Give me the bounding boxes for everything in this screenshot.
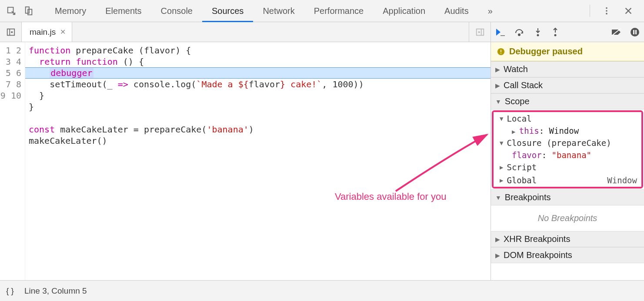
breakpoints-pane[interactable]: ▼ Breakpoints bbox=[491, 189, 644, 205]
scope-contents: ▼ Local ▶ this: Window ▼ Closure (prepar… bbox=[492, 110, 643, 189]
scope-closure[interactable]: ▼ Closure (prepareCake) bbox=[494, 136, 641, 149]
svg-point-4 bbox=[606, 10, 607, 12]
chevron-right-icon: ▶ bbox=[512, 128, 519, 135]
svg-rect-13 bbox=[635, 30, 637, 34]
debugger-sidebar: Debugger paused ▶ Watch ▶ Call Stack ▼ S… bbox=[491, 22, 644, 280]
coverage-toggle-icon[interactable] bbox=[469, 22, 491, 42]
callstack-pane[interactable]: ▶ Call Stack bbox=[491, 77, 644, 93]
xhr-breakpoints-pane[interactable]: ▶ XHR Breakpoints bbox=[491, 231, 644, 247]
step-over-icon[interactable] bbox=[514, 28, 525, 36]
tab-sources[interactable]: Sources bbox=[202, 0, 253, 22]
chevron-down-icon: ▼ bbox=[500, 115, 503, 122]
scope-closure-flavor[interactable]: flavor: "banana" bbox=[494, 149, 641, 161]
tab-elements[interactable]: Elements bbox=[96, 0, 151, 22]
watch-pane[interactable]: ▶ Watch bbox=[491, 61, 644, 77]
close-devtools-icon[interactable] bbox=[620, 6, 637, 16]
tab-memory[interactable]: Memory bbox=[45, 0, 96, 22]
scope-local-this[interactable]: ▶ this: Window bbox=[494, 125, 641, 136]
svg-point-8 bbox=[518, 34, 520, 36]
deactivate-breakpoints-icon[interactable] bbox=[611, 28, 621, 36]
devtools-tabs: Memory Elements Console Sources Network … bbox=[45, 0, 586, 22]
svg-point-3 bbox=[606, 7, 607, 9]
chevron-right-icon: ▶ bbox=[500, 164, 503, 171]
debugger-status: Debugger paused bbox=[491, 42, 644, 61]
tabs-overflow-icon[interactable]: » bbox=[478, 0, 502, 22]
chevron-right-icon: ▶ bbox=[500, 177, 503, 184]
svg-rect-2 bbox=[28, 9, 32, 15]
pretty-print-icon[interactable]: { } bbox=[6, 286, 14, 296]
debugger-status-label: Debugger paused bbox=[509, 46, 583, 56]
svg-point-5 bbox=[606, 13, 607, 15]
scope-pane[interactable]: ▼ Scope bbox=[491, 93, 644, 109]
tab-network[interactable]: Network bbox=[253, 0, 304, 22]
svg-rect-1 bbox=[26, 7, 29, 13]
file-tab-main-js[interactable]: main.js ✕ bbox=[22, 22, 72, 42]
tab-audits[interactable]: Audits bbox=[435, 0, 478, 22]
navigator-toggle-icon[interactable] bbox=[0, 22, 22, 42]
svg-point-9 bbox=[537, 34, 539, 36]
svg-point-11 bbox=[631, 28, 639, 36]
device-toggle-icon[interactable] bbox=[20, 6, 37, 16]
code-editor[interactable]: 1 2 3 4 5 6 7 8 9 10 function prepareCak… bbox=[0, 42, 491, 280]
scope-global[interactable]: ▶ Global Window bbox=[494, 174, 641, 187]
svg-rect-16 bbox=[501, 53, 501, 53]
no-breakpoints-label: No Breakpoints bbox=[491, 205, 644, 231]
pause-on-exceptions-icon[interactable] bbox=[630, 27, 640, 37]
scope-script[interactable]: ▶ Script bbox=[494, 161, 641, 174]
chevron-right-icon: ▶ bbox=[495, 66, 500, 73]
tab-application[interactable]: Application bbox=[373, 0, 435, 22]
kebab-menu-icon[interactable] bbox=[598, 6, 615, 16]
scope-local[interactable]: ▼ Local bbox=[494, 112, 641, 125]
chevron-down-icon: ▼ bbox=[495, 194, 501, 201]
dom-breakpoints-pane[interactable]: ▶ DOM Breakpoints bbox=[491, 247, 644, 263]
svg-rect-12 bbox=[633, 30, 634, 34]
chevron-right-icon: ▶ bbox=[495, 82, 500, 89]
file-tab-label: main.js bbox=[30, 27, 56, 37]
chevron-right-icon: ▶ bbox=[495, 252, 500, 259]
code-content: function prepareCake (flavor) { return f… bbox=[25, 42, 491, 280]
step-out-icon[interactable] bbox=[551, 27, 560, 37]
chevron-down-icon: ▼ bbox=[500, 139, 503, 146]
svg-point-10 bbox=[554, 34, 557, 36]
resume-icon[interactable] bbox=[495, 28, 506, 36]
svg-rect-15 bbox=[501, 50, 501, 52]
chevron-down-icon: ▼ bbox=[495, 98, 501, 105]
tab-performance[interactable]: Performance bbox=[304, 0, 374, 22]
line-gutter: 1 2 3 4 5 6 7 8 9 10 bbox=[0, 42, 25, 280]
step-into-icon[interactable] bbox=[534, 27, 542, 37]
cursor-position: Line 3, Column 5 bbox=[24, 286, 87, 296]
close-tab-icon[interactable]: ✕ bbox=[60, 28, 66, 36]
inspect-element-icon[interactable] bbox=[3, 6, 20, 16]
tab-console[interactable]: Console bbox=[151, 0, 202, 22]
chevron-right-icon: ▶ bbox=[495, 236, 500, 243]
